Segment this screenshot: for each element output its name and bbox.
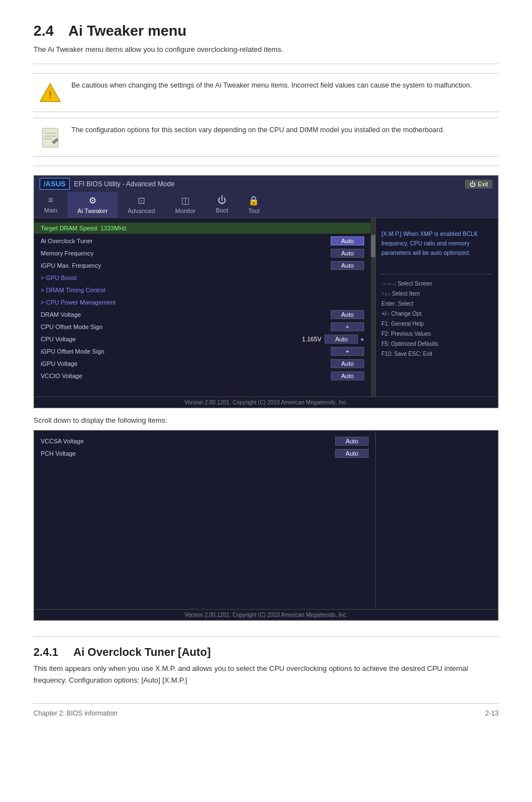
sub-section-heading: Ai Overclock Tuner [Auto]: [74, 646, 211, 658]
section-heading: Ai Tweaker menu: [68, 22, 186, 39]
row-igpu-freq-label: iGPU Max. Frequency: [41, 262, 331, 269]
notice-info: The configuration options for this secti…: [33, 118, 499, 157]
row-cpu-power-label: > CPU Power Management: [41, 299, 364, 306]
footer-left: Chapter 2: BIOS information: [33, 709, 118, 717]
row-igpu-freq-value: Auto: [331, 261, 364, 270]
bios-left-panel: Target DRAM Speed: 1333MHz Ai Overclock …: [34, 218, 371, 397]
nav-advanced-label: Advanced: [128, 207, 155, 214]
row-cpu-voltage-label: CPU Voltage: [41, 336, 302, 342]
row-vccsa-value: Auto: [335, 437, 369, 446]
row-dram-voltage-value: Auto: [331, 310, 364, 319]
warning-icon: !: [38, 80, 62, 105]
notice-warning: ! Be cautious when changing the settings…: [33, 73, 499, 112]
bios-right-panel: [X.M.P.] When XMP is enabled BCLK freque…: [375, 218, 498, 397]
bios-screenshot: /ASUS EFI BIOS Utility - Advanced Mode ⏻…: [33, 175, 499, 408]
key-hint-7: F5: Optimized Defaults: [381, 339, 492, 349]
bios-body: Target DRAM Speed: 1333MHz Ai Overclock …: [34, 218, 498, 397]
nav-advanced[interactable]: ⊡ Advanced: [118, 192, 165, 218]
section-title: 2.4 Ai Tweaker menu: [33, 22, 499, 40]
note-icon: [38, 125, 62, 149]
note-text: The configuration options for this secti…: [71, 125, 444, 136]
key-hint-2: ↑↓-: Select Item: [381, 289, 492, 299]
row-dram-timing[interactable]: > DRAM Timing Control: [34, 284, 371, 296]
row-ai-overclock-value: Auto: [331, 236, 364, 245]
row-gpu-boost-label: > GPU Boost: [41, 274, 364, 281]
row-ai-overclock[interactable]: Ai Overclock Tuner Auto: [34, 235, 371, 247]
row-dram-timing-label: > DRAM Timing Control: [41, 287, 364, 293]
warning-text: Be cautious when changing the settings o…: [71, 80, 472, 91]
bios-header: /ASUS EFI BIOS Utility - Advanced Mode ⏻…: [34, 176, 498, 192]
nav-main-icon: ≡: [48, 195, 53, 205]
row-pch-voltage[interactable]: PCH Voltage Auto: [34, 447, 375, 460]
bios-header-left: /ASUS EFI BIOS Utility - Advanced Mode: [40, 178, 175, 190]
key-hint-5: F1: General Help: [381, 319, 492, 329]
bios-scrollbar[interactable]: [371, 218, 375, 397]
target-dram-label: Target DRAM Speed: 1333MHz: [34, 223, 371, 234]
bios-hint-content: [X.M.P.] When XMP is enabled BCLK freque…: [381, 230, 478, 256]
nav-tool[interactable]: 🔒 Tool: [238, 192, 269, 218]
bios-nav: ≡ Main ⚙ Ai Tweaker ⊡ Advanced ◫ Monitor…: [34, 192, 498, 218]
bios-header-title: EFI BIOS Utility - Advanced Mode: [74, 180, 175, 188]
nav-ai-label: Ai Tweaker: [78, 207, 108, 214]
bios-small-left: VCCSA Voltage Auto PCH Voltage Auto: [34, 431, 375, 609]
row-igpu-offset-sign-label: iGPU Offset Mode Sign: [41, 348, 331, 355]
row-cpu-voltage[interactable]: CPU Voltage 1.165V Auto ●: [34, 333, 371, 345]
bios-exit-button[interactable]: ⏻ Exit: [465, 180, 492, 189]
nav-boot[interactable]: ⏻ Boot: [206, 192, 239, 218]
bios-small-screenshot: VCCSA Voltage Auto PCH Voltage Auto Vers…: [33, 430, 499, 621]
divider-top: [33, 64, 499, 64]
key-hint-3: Enter: Select: [381, 299, 492, 309]
row-cpu-voltage-value: Auto: [325, 335, 358, 344]
power-icon: ⏻: [470, 181, 476, 187]
nav-main-label: Main: [44, 207, 57, 214]
row-cpu-voltage-cpu: 1.165V: [302, 336, 321, 342]
sub-section-title: 2.4.1 Ai Overclock Tuner [Auto]: [33, 646, 499, 659]
row-memory-freq[interactable]: Memory Frequency Auto: [34, 247, 371, 259]
svg-text:!: !: [49, 89, 52, 100]
row-vccsa-label: VCCSA Voltage: [41, 438, 335, 445]
row-igpu-freq[interactable]: iGPU Max. Frequency Auto: [34, 259, 371, 272]
row-igpu-offset-sign-value: +: [331, 347, 364, 356]
bios-footer: Version 2.00.1201. Copyright (C) 2010 Am…: [34, 397, 498, 408]
row-igpu-voltage[interactable]: iGPU Voltage Auto: [34, 357, 371, 370]
nav-ai-tweaker[interactable]: ⚙ Ai Tweaker: [67, 192, 118, 218]
svg-rect-2: [42, 128, 58, 147]
row-pch-value: Auto: [335, 449, 369, 458]
row-cpu-power[interactable]: > CPU Power Management: [34, 296, 371, 308]
row-gpu-boost[interactable]: > GPU Boost: [34, 272, 371, 284]
row-dram-voltage-label: DRAM Voltage: [41, 311, 331, 318]
nav-tool-label: Tool: [248, 207, 259, 214]
bios-small-body: VCCSA Voltage Auto PCH Voltage Auto: [34, 431, 498, 609]
footer-right: 2-13: [485, 709, 499, 717]
bios-key-hints: →←-: Select Screen ↑↓-: Select Item Ente…: [381, 274, 492, 359]
divider-before-sub: [33, 636, 499, 637]
row-igpu-voltage-value: Auto: [331, 359, 364, 368]
cpu-voltage-dot: ●: [360, 336, 364, 342]
nav-boot-icon: ⏻: [217, 195, 226, 205]
key-hint-6: F2: Previous Values: [381, 329, 492, 339]
bios-small-right: [375, 431, 498, 609]
bios-hint-text: [X.M.P.] When XMP is enabled BCLK freque…: [381, 229, 492, 257]
nav-main[interactable]: ≡ Main: [34, 192, 67, 218]
bios-small-footer: Version 2.00.1201. Copyright (C) 2010 Am…: [34, 609, 498, 620]
row-vccio-voltage-value: Auto: [331, 371, 364, 380]
key-hint-1: →←-: Select Screen: [381, 279, 492, 289]
row-cpu-offset-sign-label: CPU Offset Mode Sign: [41, 323, 331, 330]
asus-logo: /ASUS: [40, 178, 70, 190]
row-ai-overclock-label: Ai Overclock Tuner: [41, 238, 331, 244]
intro-text: The Ai Tweaker menu items allow you to c…: [33, 45, 499, 54]
row-pch-label: PCH Voltage: [41, 450, 335, 457]
row-igpu-voltage-label: iGPU Voltage: [41, 360, 331, 367]
nav-monitor-icon: ◫: [181, 195, 190, 206]
row-igpu-offset-sign[interactable]: iGPU Offset Mode Sign +: [34, 345, 371, 357]
row-vccsa-voltage[interactable]: VCCSA Voltage Auto: [34, 435, 375, 447]
nav-monitor[interactable]: ◫ Monitor: [165, 192, 206, 218]
nav-monitor-label: Monitor: [175, 207, 196, 214]
bios-scroll-thumb[interactable]: [371, 235, 375, 257]
row-cpu-offset-sign[interactable]: CPU Offset Mode Sign +: [34, 321, 371, 333]
section-number: 2.4: [33, 22, 54, 39]
row-dram-voltage[interactable]: DRAM Voltage Auto: [34, 308, 371, 321]
exit-label: Exit: [478, 181, 488, 187]
row-memory-freq-value: Auto: [331, 249, 364, 258]
row-vccio-voltage[interactable]: VCCIO Voltage Auto: [34, 370, 371, 382]
